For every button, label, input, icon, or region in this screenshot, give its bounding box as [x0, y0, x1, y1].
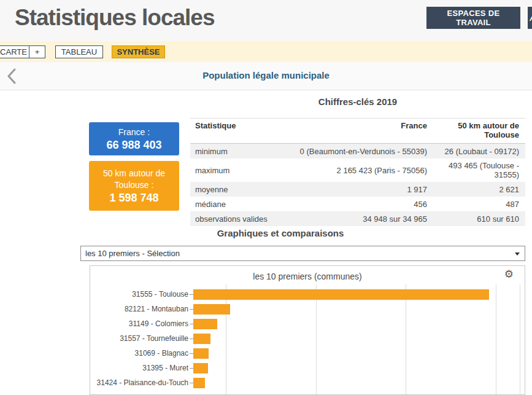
bar[interactable] — [193, 334, 210, 344]
espaces-de-travail-button[interactable]: ESPACES DE TRAVAIL — [426, 7, 520, 29]
bar[interactable] — [193, 363, 208, 373]
bar-area — [193, 289, 517, 300]
bar-area — [193, 319, 517, 329]
chart-row: 31149 - Colomiers — [90, 316, 520, 331]
tab-carte[interactable]: CARTE — [0, 45, 29, 58]
chart-title: les 10 premiers (communes) — [90, 272, 525, 281]
bar-label: 82121 - Montauban — [90, 305, 188, 313]
bar[interactable] — [193, 319, 217, 329]
table-row: observations valides34 948 sur 34 965610… — [190, 211, 525, 226]
key-figure-label: 50 km autour de Toulouse : — [94, 168, 174, 191]
partial-right-button[interactable]: A — [528, 7, 532, 29]
table-row: maximum2 165 423 (Paris - 75056)493 465 … — [190, 158, 525, 182]
key-figure-box: France : 66 988 403 — [89, 122, 179, 155]
stats-table-body: minimum0 (Beaumont-en-Verdunois - 55039)… — [190, 144, 525, 227]
bar[interactable] — [193, 289, 489, 300]
bar-area — [193, 304, 517, 315]
table-row: moyenne1 9172 621 — [190, 182, 525, 197]
tab-carte-add-button[interactable]: + — [29, 45, 45, 58]
table-cell: 2 621 — [433, 182, 525, 197]
bar[interactable] — [193, 304, 230, 315]
table-cell: 493 465 (Toulouse - 31555) — [433, 158, 525, 182]
charts-section-heading: Graphiques et comparaisons — [55, 228, 506, 238]
chart-selection-dropdown[interactable]: les 10 premiers - Sélection — [80, 246, 525, 261]
table-cell: minimum — [190, 144, 288, 159]
bar-label: 31069 - Blagnac — [90, 349, 188, 358]
dropdown-selected-value: les 10 premiers - Sélection — [85, 249, 180, 258]
bar-area — [193, 363, 517, 373]
bar-label: 31557 - Tournefeuille — [90, 334, 188, 343]
table-header: 50 km autour de Toulouse — [433, 119, 525, 144]
bar-area — [193, 378, 517, 388]
bar-label: 31555 - Toulouse — [90, 290, 188, 299]
table-cell: 456 — [288, 197, 433, 211]
bar[interactable] — [193, 378, 205, 388]
tab-synthese-active[interactable]: SYNTHÈSE — [112, 45, 165, 58]
chart-row: 82121 - Montauban — [90, 302, 520, 316]
key-figure-box: 50 km autour de Toulouse : 1 598 748 — [89, 161, 179, 211]
table-row: médiane456487 — [190, 197, 525, 211]
table-cell: 0 (Beaumont-en-Verdunois - 55039) — [288, 144, 433, 159]
bar-label: 31424 - Plaisance-du-Touch — [90, 378, 188, 387]
table-cell: 34 948 sur 34 965 — [288, 211, 433, 226]
partial-button-label: A — [530, 14, 532, 23]
key-figure-value: 66 988 403 — [106, 139, 161, 151]
table-cell: 2 165 423 (Paris - 75056) — [288, 158, 433, 182]
chart-row: 31557 - Tournefeuille — [90, 331, 520, 346]
chart-row: 31555 - Toulouse — [90, 287, 520, 302]
table-cell: observations valides — [190, 211, 288, 226]
table-cell: maximum — [190, 158, 288, 182]
key-figure-label: France : — [118, 127, 150, 138]
stats-table: StatistiqueFrance50 km autour de Toulous… — [190, 118, 525, 226]
tab-bar: CARTE + TABLEAU SYNTHÈSE — [0, 42, 532, 62]
bar-label: 31395 - Muret — [90, 364, 188, 372]
tab-tableau[interactable]: TABLEAU — [55, 45, 103, 58]
key-figure-value: 1 598 748 — [109, 192, 158, 204]
table-cell: médiane — [190, 197, 288, 211]
chart-row: 31395 - Muret — [90, 361, 520, 375]
chart-row: 31069 - Blagnac — [90, 346, 520, 361]
chart-rows: 31555 - Toulouse82121 - Montauban31149 -… — [90, 287, 520, 390]
table-cell: 26 (Loubaut - 09172) — [433, 144, 525, 159]
app-root: Statistiques locales ESPACES DE TRAVAIL … — [0, 0, 532, 395]
gear-icon[interactable]: ⚙ — [504, 269, 514, 280]
bar-area — [193, 348, 517, 359]
stats-table-head-row: StatistiqueFrance50 km autour de Toulous… — [190, 119, 525, 144]
table-header: France — [288, 119, 433, 144]
table-cell: 610 sur 610 — [433, 211, 525, 226]
page-title-row: Population légale municipale — [0, 62, 532, 90]
bar-area — [193, 334, 517, 344]
chart-panel: les 10 premiers (communes) ⚙ 31555 - Tou… — [90, 265, 525, 395]
site-title: Statistiques locales — [15, 5, 214, 31]
table-row: minimum0 (Beaumont-en-Verdunois - 55039)… — [190, 144, 525, 159]
page-title: Population légale municipale — [0, 70, 532, 80]
gridline — [520, 284, 520, 394]
table-header: Statistique — [190, 119, 288, 144]
chart-row: 31424 - Plaisance-du-Touch — [90, 375, 520, 390]
bar-label: 31149 - Colomiers — [90, 319, 188, 328]
table-cell: 487 — [433, 197, 525, 211]
table-cell: moyenne — [190, 182, 288, 197]
header: Statistiques locales ESPACES DE TRAVAIL … — [0, 0, 532, 42]
bar[interactable] — [193, 348, 209, 359]
chevron-down-icon — [515, 252, 520, 256]
table-cell: 1 917 — [288, 182, 433, 197]
key-figures-heading: Chiffres-clés 2019 — [190, 96, 525, 107]
